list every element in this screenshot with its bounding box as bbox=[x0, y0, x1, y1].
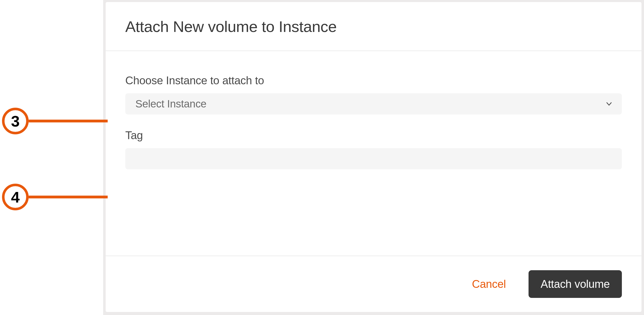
dialog-body: Choose Instance to attach to Select Inst… bbox=[106, 51, 641, 256]
cancel-button[interactable]: Cancel bbox=[471, 276, 507, 292]
tag-form-group: Tag bbox=[125, 129, 622, 169]
attach-volume-dialog: Attach New volume to Instance Choose Ins… bbox=[106, 2, 641, 312]
callout-line bbox=[29, 120, 108, 123]
attach-volume-button[interactable]: Attach volume bbox=[529, 270, 622, 298]
instance-select-placeholder: Select Instance bbox=[135, 98, 207, 110]
dialog-header: Attach New volume to Instance bbox=[106, 2, 641, 51]
instance-label: Choose Instance to attach to bbox=[125, 74, 622, 87]
callout-step-3: 3 bbox=[2, 108, 29, 134]
callout-line bbox=[29, 196, 108, 199]
dialog-backdrop: Attach New volume to Instance Choose Ins… bbox=[103, 0, 644, 315]
callout-number: 4 bbox=[11, 188, 20, 206]
callout-circle: 3 bbox=[2, 108, 29, 134]
instance-form-group: Choose Instance to attach to Select Inst… bbox=[125, 74, 622, 114]
tag-label: Tag bbox=[125, 129, 622, 142]
dialog-footer: Cancel Attach volume bbox=[106, 256, 641, 312]
instance-select-wrap: Select Instance bbox=[125, 93, 622, 114]
instance-select[interactable]: Select Instance bbox=[125, 93, 622, 114]
callout-step-4: 4 bbox=[2, 184, 29, 210]
callout-circle: 4 bbox=[2, 184, 29, 210]
callout-number: 3 bbox=[11, 112, 20, 130]
dialog-title: Attach New volume to Instance bbox=[125, 18, 622, 35]
tag-input[interactable] bbox=[125, 148, 622, 169]
